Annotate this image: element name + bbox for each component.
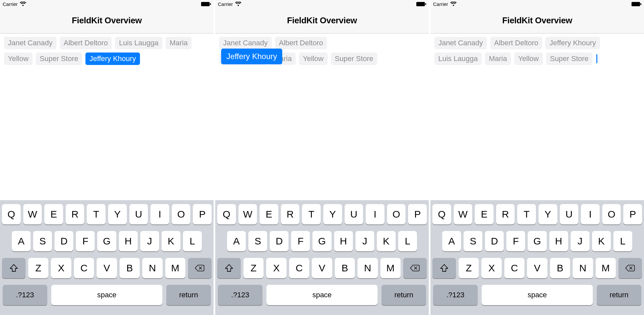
key-p[interactable]: P xyxy=(623,204,642,224)
key-shift[interactable] xyxy=(2,258,26,278)
key-s[interactable]: S xyxy=(33,231,52,251)
key-a[interactable]: A xyxy=(227,231,246,251)
key-b[interactable]: B xyxy=(335,258,355,278)
key-z[interactable]: Z xyxy=(28,258,48,278)
token-field[interactable]: Janet Canady Albert Deltoro Jeffery Khou… xyxy=(434,37,640,65)
key-x[interactable]: X xyxy=(51,258,71,278)
key-shift[interactable] xyxy=(432,258,456,278)
key-h[interactable]: H xyxy=(119,231,138,251)
key-d[interactable]: D xyxy=(55,231,73,251)
token[interactable]: Maria xyxy=(485,52,511,65)
token[interactable]: Luis Laugga xyxy=(115,37,162,49)
token[interactable]: Janet Canady xyxy=(4,37,57,49)
key-a[interactable]: A xyxy=(12,231,31,251)
key-m[interactable]: M xyxy=(596,258,616,278)
key-g[interactable]: G xyxy=(528,231,546,251)
key-h[interactable]: H xyxy=(549,231,568,251)
key-c[interactable]: C xyxy=(289,258,309,278)
key-numbers[interactable]: .?123 xyxy=(433,285,478,305)
key-y[interactable]: Y xyxy=(539,204,557,224)
key-o[interactable]: O xyxy=(387,204,406,224)
token[interactable]: Janet Canady xyxy=(219,37,272,49)
key-r[interactable]: R xyxy=(496,204,515,224)
key-numbers[interactable]: .?123 xyxy=(218,285,263,305)
key-w[interactable]: W xyxy=(239,204,257,224)
key-v[interactable]: V xyxy=(312,258,332,278)
key-v[interactable]: V xyxy=(527,258,547,278)
token[interactable]: Super Store xyxy=(331,52,377,65)
key-q[interactable]: Q xyxy=(432,204,451,224)
key-g[interactable]: G xyxy=(312,231,331,251)
key-y[interactable]: Y xyxy=(108,204,127,224)
token[interactable]: Albert Deltoro xyxy=(60,37,112,49)
key-d[interactable]: D xyxy=(270,231,288,251)
token[interactable]: Super Store xyxy=(546,52,592,65)
key-j[interactable]: J xyxy=(356,231,374,251)
key-o[interactable]: O xyxy=(172,204,191,224)
token[interactable]: Albert Deltoro xyxy=(490,37,542,49)
key-f[interactable]: F xyxy=(76,231,95,251)
key-i[interactable]: I xyxy=(366,204,384,224)
key-q[interactable]: Q xyxy=(217,204,236,224)
key-q[interactable]: Q xyxy=(2,204,21,224)
key-shift[interactable] xyxy=(217,258,241,278)
key-p[interactable]: P xyxy=(408,204,427,224)
key-backspace[interactable] xyxy=(188,258,212,278)
keyboard[interactable]: Q W E R T Y U I O P A S D F G H J K L xyxy=(430,200,644,315)
key-return[interactable]: return xyxy=(166,285,211,305)
key-k[interactable]: K xyxy=(377,231,396,251)
token[interactable]: Super Store xyxy=(36,52,82,65)
key-n[interactable]: N xyxy=(142,258,162,278)
key-m[interactable]: M xyxy=(165,258,185,278)
token[interactable]: Yellow xyxy=(514,52,543,65)
key-x[interactable]: X xyxy=(266,258,286,278)
key-u[interactable]: U xyxy=(129,204,148,224)
token-field-area[interactable]: Janet Canady Albert Deltoro Jeffery Khou… xyxy=(215,33,429,200)
key-z[interactable]: Z xyxy=(459,258,479,278)
key-h[interactable]: H xyxy=(334,231,353,251)
token[interactable]: Yellow xyxy=(4,52,33,65)
key-t[interactable]: T xyxy=(517,204,536,224)
key-e[interactable]: E xyxy=(260,204,278,224)
key-g[interactable]: G xyxy=(97,231,116,251)
key-return[interactable]: return xyxy=(381,285,426,305)
keyboard[interactable]: Q W E R T Y U I O P A S D F G H J K L xyxy=(215,200,429,315)
key-b[interactable]: B xyxy=(550,258,570,278)
key-backspace[interactable] xyxy=(403,258,427,278)
keyboard[interactable]: Q W E R T Y U I O P A S D F G H J K L xyxy=(0,200,214,315)
key-r[interactable]: R xyxy=(281,204,300,224)
key-j[interactable]: J xyxy=(571,231,589,251)
key-u[interactable]: U xyxy=(560,204,579,224)
token[interactable]: Albert Deltoro xyxy=(275,37,327,49)
key-v[interactable]: V xyxy=(97,258,117,278)
key-o[interactable]: O xyxy=(602,204,621,224)
token-dragging[interactable]: Jeffery Khoury xyxy=(221,49,282,64)
key-return[interactable]: return xyxy=(597,285,641,305)
key-k[interactable]: K xyxy=(162,231,180,251)
key-d[interactable]: D xyxy=(485,231,504,251)
key-backspace[interactable] xyxy=(618,258,642,278)
key-e[interactable]: E xyxy=(475,204,494,224)
key-n[interactable]: N xyxy=(357,258,378,278)
key-n[interactable]: N xyxy=(573,258,593,278)
key-i[interactable]: I xyxy=(581,204,600,224)
key-c[interactable]: C xyxy=(74,258,94,278)
key-k[interactable]: K xyxy=(592,231,611,251)
key-m[interactable]: M xyxy=(380,258,401,278)
token-field-area[interactable]: Janet Canady Albert Deltoro Jeffery Khou… xyxy=(430,33,644,200)
key-l[interactable]: L xyxy=(398,231,417,251)
key-f[interactable]: F xyxy=(291,231,310,251)
token[interactable]: Yellow xyxy=(299,52,328,65)
token-selected[interactable]: Jeffery Khoury xyxy=(85,52,140,65)
key-s[interactable]: S xyxy=(248,231,267,251)
key-z[interactable]: Z xyxy=(243,258,264,278)
token[interactable]: Janet Canady xyxy=(434,37,487,49)
key-space[interactable]: space xyxy=(51,285,162,305)
key-numbers[interactable]: .?123 xyxy=(3,285,47,305)
key-c[interactable]: C xyxy=(504,258,524,278)
key-b[interactable]: B xyxy=(120,258,140,278)
key-j[interactable]: J xyxy=(140,231,159,251)
key-a[interactable]: A xyxy=(442,231,461,251)
key-f[interactable]: F xyxy=(506,231,525,251)
token[interactable]: Luis Laugga xyxy=(434,52,482,65)
